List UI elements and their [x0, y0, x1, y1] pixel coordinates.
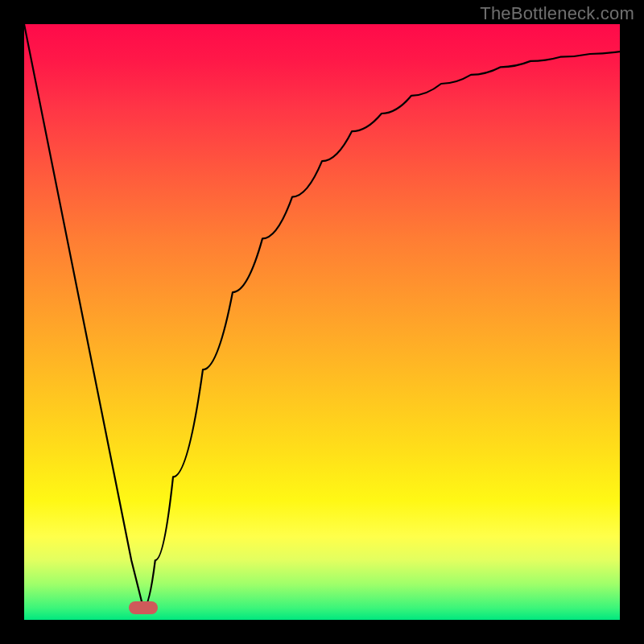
- bottleneck-curve: [24, 24, 620, 620]
- watermark-text: TheBottleneck.com: [480, 3, 634, 24]
- minimum-marker: [129, 601, 158, 614]
- plot-area: [24, 24, 620, 620]
- curve-path: [24, 24, 620, 608]
- chart-frame: TheBottleneck.com: [0, 0, 644, 644]
